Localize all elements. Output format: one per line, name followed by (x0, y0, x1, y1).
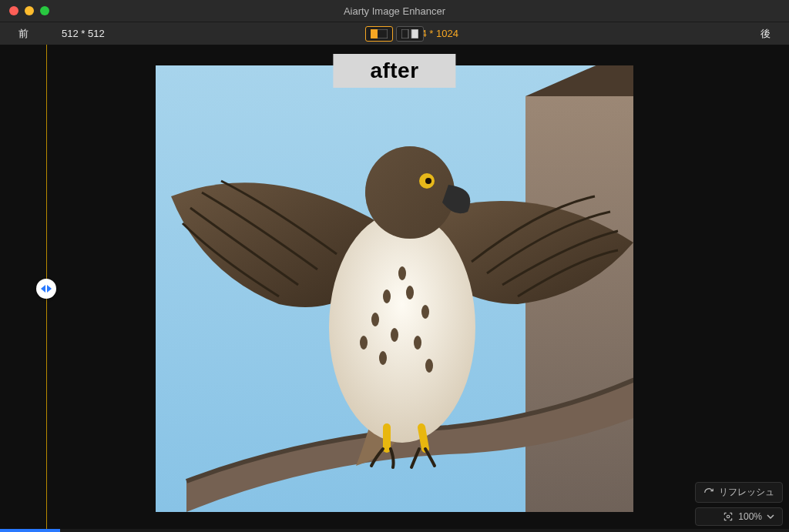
svg-rect-2 (401, 29, 408, 38)
fit-screen-icon (723, 511, 734, 522)
minimize-window-button[interactable] (25, 6, 34, 15)
svg-point-12 (371, 313, 379, 326)
maximize-window-button[interactable] (40, 6, 49, 15)
svg-point-9 (329, 212, 475, 443)
svg-point-24 (727, 515, 730, 518)
svg-rect-6 (525, 96, 633, 512)
progress-strip (0, 529, 789, 532)
split-view-button[interactable] (396, 26, 424, 42)
refresh-label: リフレッシュ (719, 486, 774, 499)
split-view-icon (401, 29, 418, 38)
title-bar: Aiarty Image Enhancer (0, 0, 789, 22)
svg-point-13 (421, 305, 429, 319)
preview-controls: リフレッシュ 100% (695, 482, 783, 526)
svg-point-23 (425, 178, 431, 184)
chevron-down-icon (767, 513, 774, 520)
single-view-icon (371, 29, 388, 38)
refresh-icon (703, 487, 714, 498)
svg-point-10 (383, 289, 391, 303)
svg-point-21 (365, 146, 455, 239)
app-title: Aiarty Image Enhancer (0, 5, 789, 17)
preview-area: after リフレッシュ 100% (0, 45, 789, 532)
window-controls (0, 6, 49, 15)
close-window-button[interactable] (9, 6, 18, 15)
single-view-button[interactable] (365, 26, 393, 42)
view-mode-switcher (365, 26, 424, 42)
zoom-value: 100% (738, 511, 762, 522)
comparison-slider-handle[interactable] (36, 279, 56, 299)
svg-point-16 (379, 351, 387, 365)
svg-point-19 (360, 336, 368, 350)
refresh-button[interactable]: リフレッシュ (695, 482, 783, 503)
svg-point-14 (391, 328, 398, 342)
svg-point-11 (406, 286, 414, 299)
preview-image[interactable] (156, 65, 633, 512)
svg-rect-1 (371, 29, 378, 38)
svg-rect-3 (411, 29, 418, 38)
svg-point-15 (414, 336, 421, 350)
after-badge: after (333, 54, 455, 88)
comparison-toolbar: 前 512 * 512 1024 * 1024 後 (0, 22, 789, 45)
after-label: 後 (743, 27, 789, 41)
before-label: 前 (0, 27, 46, 41)
svg-point-18 (398, 266, 406, 280)
svg-point-17 (425, 359, 433, 373)
before-dimensions: 512 * 512 (46, 28, 120, 39)
progress-fill (0, 529, 60, 532)
zoom-control[interactable]: 100% (695, 507, 783, 526)
